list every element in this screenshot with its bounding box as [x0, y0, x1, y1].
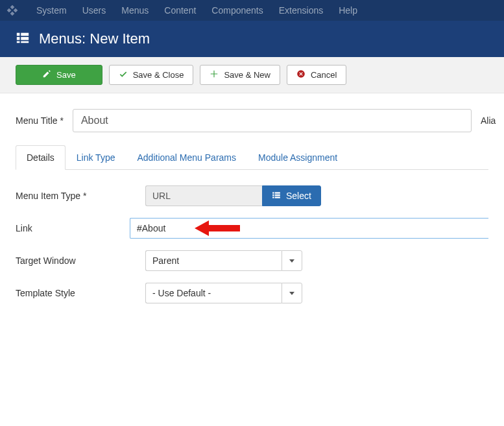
svg-rect-4: [17, 41, 20, 43]
red-arrow-annotation: [195, 219, 240, 239]
list-icon: [16, 30, 30, 48]
svg-rect-11: [272, 196, 274, 198]
template-style-caret[interactable]: [282, 283, 302, 303]
chevron-down-icon: [289, 292, 294, 295]
tab-details[interactable]: Details: [16, 145, 66, 170]
save-button-label: Save: [56, 70, 76, 80]
select-button-label: Select: [286, 191, 311, 201]
save-new-button[interactable]: Save & New: [200, 65, 280, 85]
select-type-button[interactable]: Select: [262, 185, 321, 206]
nav-menus[interactable]: Menus: [114, 5, 156, 16]
template-style-select[interactable]: - Use Default -: [145, 283, 282, 303]
form-content: Menu Title * Alia Details Link Type Addi…: [0, 93, 504, 331]
template-style-label: Template Style: [16, 288, 145, 298]
item-type-value: URL: [145, 185, 262, 206]
menu-title-label: Menu Title *: [16, 115, 64, 126]
target-window-caret[interactable]: [282, 250, 302, 271]
svg-rect-5: [21, 41, 29, 43]
action-toolbar: Save Save & Close Save & New Cancel: [0, 57, 504, 93]
cancel-icon: [296, 69, 306, 80]
check-edit-icon: [42, 69, 51, 80]
row-item-type: Menu Item Type * URL Select: [16, 185, 488, 206]
target-window-select[interactable]: Parent: [145, 250, 282, 271]
cancel-button[interactable]: Cancel: [287, 65, 346, 85]
svg-rect-0: [17, 32, 20, 36]
row-link: Link: [16, 218, 488, 239]
nav-users[interactable]: Users: [75, 5, 114, 16]
save-new-label: Save & New: [224, 70, 270, 80]
tab-bar: Details Link Type Additional Menu Params…: [16, 145, 488, 170]
nav-extensions[interactable]: Extensions: [271, 5, 331, 16]
link-label: Link: [16, 223, 130, 233]
nav-components[interactable]: Components: [204, 5, 270, 16]
save-close-button[interactable]: Save & Close: [109, 65, 194, 85]
svg-rect-12: [275, 196, 280, 198]
svg-marker-13: [195, 220, 240, 236]
save-button[interactable]: Save: [16, 65, 102, 85]
plus-icon: [210, 69, 219, 80]
top-navbar: System Users Menus Content Components Ex…: [0, 0, 504, 21]
alias-label: Alia: [481, 115, 496, 126]
svg-rect-2: [17, 37, 20, 40]
chevron-down-icon: [289, 259, 294, 263]
page-header: Menus: New Item: [0, 21, 504, 57]
svg-rect-1: [21, 32, 29, 36]
row-target-window: Target Window Parent: [16, 250, 488, 271]
joomla-logo-icon: [5, 3, 19, 18]
nav-help[interactable]: Help: [331, 5, 365, 16]
list-small-icon: [272, 191, 281, 202]
cancel-label: Cancel: [311, 70, 337, 80]
menu-title-row: Menu Title * Alia: [16, 109, 488, 132]
svg-rect-9: [272, 194, 274, 195]
page-title: Menus: New Item: [39, 30, 150, 47]
tab-module-assignment[interactable]: Module Assignment: [247, 145, 348, 170]
tab-link-type[interactable]: Link Type: [66, 145, 126, 170]
svg-rect-7: [272, 192, 274, 193]
target-window-label: Target Window: [16, 255, 145, 266]
svg-rect-3: [21, 37, 29, 40]
menu-title-input[interactable]: [73, 109, 472, 132]
item-type-label: Menu Item Type *: [16, 191, 145, 201]
save-close-label: Save & Close: [133, 70, 184, 80]
row-template-style: Template Style - Use Default -: [16, 283, 488, 303]
check-icon: [119, 69, 128, 80]
svg-rect-8: [275, 192, 280, 193]
nav-system[interactable]: System: [29, 5, 75, 16]
link-input[interactable]: [130, 218, 488, 239]
nav-content[interactable]: Content: [156, 5, 204, 16]
tab-additional-params[interactable]: Additional Menu Params: [126, 145, 247, 170]
svg-rect-10: [275, 194, 280, 195]
